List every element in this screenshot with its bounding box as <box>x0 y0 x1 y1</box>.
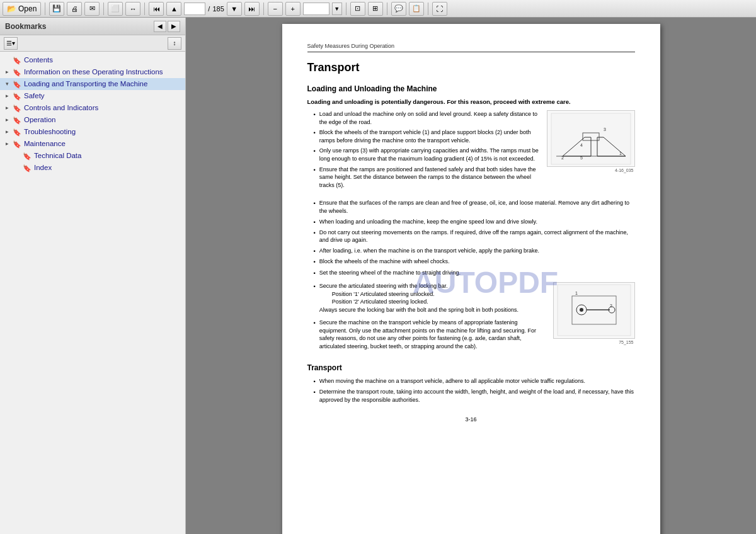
steering-image-section: 1 2 75_155 <box>553 282 635 356</box>
separator-2 <box>103 3 104 15</box>
bullet-item-secure: Secure the machine on the transport vehi… <box>314 319 547 350</box>
svg-text:3: 3 <box>604 127 606 132</box>
page-number-input[interactable]: 42 <box>184 3 205 15</box>
bookmark-technical-data[interactable]: 🔖 Technical Data <box>10 150 185 162</box>
bookmark-operation-label: Operation <box>24 115 183 125</box>
comment-button[interactable]: 💬 <box>391 2 406 16</box>
bookmark-icon-troubleshooting: 🔖 <box>13 128 21 137</box>
bookmark-icon-controls: 🔖 <box>13 104 21 113</box>
fit-width-button[interactable]: ⊞ <box>368 2 383 16</box>
content-block-1: Load and unload the machine only on soli… <box>307 110 635 194</box>
folder-icon: 📂 <box>7 4 16 13</box>
next-page-button[interactable]: ▼ <box>227 2 242 16</box>
bullet-list-transport: When moving the machine on a transport v… <box>307 377 635 404</box>
svg-text:4: 4 <box>580 143 583 147</box>
bookmark-loading[interactable]: ▾ 🔖 Loading and Transporting the Machine <box>0 78 185 90</box>
main-area: Bookmarks ◀ ▶ ☰▾ ↕ 🔖 Contents ▸ 🔖 Inform… <box>0 18 756 534</box>
expand-icon-operation: ▸ <box>3 116 11 125</box>
email-button[interactable]: ✉ <box>84 2 100 16</box>
panel-fwd-button[interactable]: ▶ <box>168 21 180 32</box>
expand-icon-index <box>13 164 21 173</box>
bullet-list-3: Secure the articulated steering with the… <box>307 282 547 314</box>
bookmark-info-operating[interactable]: ▸ 🔖 Information on these Operating Instr… <box>0 66 185 78</box>
last-page-button[interactable]: ⏭ <box>244 2 260 16</box>
bullet-list-1: Load and unload the machine only on soli… <box>307 110 541 189</box>
bookmark-contents-label: Contents <box>24 55 183 65</box>
separator-7 <box>428 3 428 15</box>
toolbar: 📂 Open 💾 🖨 ✉ ⬜ ↔ ⏮ ▲ 42 / 185 ▼ ⏭ − + 73… <box>0 0 756 18</box>
svg-text:5: 5 <box>580 156 583 160</box>
zoom-out-button[interactable]: − <box>268 2 283 16</box>
bookmark-troubleshooting-label: Troubleshooting <box>24 127 183 137</box>
zoom-dropdown-button[interactable]: ▼ <box>332 3 342 15</box>
save-button[interactable]: 💾 <box>49 2 64 16</box>
stamp-button[interactable]: 📋 <box>409 2 424 16</box>
expand-icon-loading: ▾ <box>3 80 11 89</box>
prev-page-button[interactable]: ▲ <box>166 2 181 16</box>
bookmark-icon-maintenance: 🔖 <box>13 140 21 149</box>
expand-icon-contents <box>3 56 11 65</box>
bullet-list-4: Secure the machine on the transport vehi… <box>307 319 547 350</box>
panel-header: Bookmarks ◀ ▶ <box>0 18 185 35</box>
ramp-svg: 3 1 5 2 4 <box>550 112 632 166</box>
open-button[interactable]: 📂 Open <box>3 2 41 16</box>
bullet-item-3: Only use ramps (3) with appropriate carr… <box>314 147 541 162</box>
ramp-diagram-caption: 4-16_035 <box>547 167 635 173</box>
expand-icon-controls: ▸ <box>3 104 11 113</box>
steering-note: Always secure the locking bar with the b… <box>319 306 547 314</box>
page-separator: / <box>208 5 210 13</box>
ramp-diagram-image: 3 1 5 2 4 <box>547 110 635 167</box>
panel-back-button[interactable]: ◀ <box>154 21 166 32</box>
print-button[interactable]: 🖨 <box>67 2 82 16</box>
bookmark-icon-safety: 🔖 <box>13 92 21 101</box>
bookmark-safety[interactable]: ▸ 🔖 Safety <box>0 90 185 102</box>
open-label: Open <box>18 4 37 13</box>
section2-title: Transport <box>307 363 635 372</box>
main-title: Transport <box>307 61 635 74</box>
svg-text:2: 2 <box>610 304 612 308</box>
bookmark-safety-label: Safety <box>24 91 183 101</box>
bookmark-index[interactable]: 🔖 Index <box>10 162 185 174</box>
svg-text:1: 1 <box>619 151 622 156</box>
bookmark-maintenance[interactable]: ▸ 🔖 Maintenance <box>0 138 185 150</box>
expand-icon-technical <box>13 152 21 161</box>
panel-view-options-button[interactable]: ☰▾ <box>4 37 18 50</box>
bookmark-loading-label: Loading and Transporting the Machine <box>24 79 183 89</box>
fit-page-button[interactable]: ⊡ <box>350 2 365 16</box>
bookmark-info-label: Information on these Operating Instructi… <box>24 67 183 77</box>
zoom-in-button[interactable]: + <box>285 2 301 16</box>
bullet-item-2: Block the wheels of the transport vehicl… <box>314 128 541 144</box>
bookmark-troubleshooting[interactable]: ▸ 🔖 Troubleshooting <box>0 126 185 138</box>
steering-diagram-image: 1 2 <box>553 282 635 339</box>
bullet-list-2: Ensure that the surfaces of the ramps ar… <box>307 199 635 277</box>
fullscreen-button[interactable]: ⛶ <box>432 2 447 16</box>
zoom-fit-page-button[interactable]: ⬜ <box>108 2 123 16</box>
expand-icon-safety: ▸ <box>3 92 11 101</box>
steering-text-section: Secure the articulated steering with the… <box>307 282 547 356</box>
bookmark-icon-contents: 🔖 <box>13 56 21 65</box>
steering-pos2: Position '2' Articulated steering locked… <box>319 298 547 306</box>
bullets-col-1: Load and unload the machine only on soli… <box>307 110 541 194</box>
left-panel: Bookmarks ◀ ▶ ☰▾ ↕ 🔖 Contents ▸ 🔖 Inform… <box>0 18 186 534</box>
content-area[interactable]: Safety Measures During Operation Transpo… <box>186 18 756 534</box>
bookmark-controls-label: Controls and Indicators <box>24 103 183 113</box>
zoom-input[interactable]: 73,3% <box>303 3 329 15</box>
expand-icon-troubleshooting: ▸ <box>3 128 11 137</box>
section1-bold: Loading and unloading is potentially dan… <box>307 98 635 105</box>
bookmark-icon-technical: 🔖 <box>23 152 32 161</box>
steering-label: Secure the articulated steering with the… <box>319 283 448 289</box>
bookmark-controls[interactable]: ▸ 🔖 Controls and Indicators <box>0 102 185 114</box>
bookmark-technical-label: Technical Data <box>34 151 183 161</box>
steering-pos1: Position '1' Articulated steering unlock… <box>319 290 547 298</box>
page-number: 3-16 <box>307 416 635 423</box>
expand-icon-info: ▸ <box>3 68 11 77</box>
first-page-button[interactable]: ⏮ <box>149 2 164 16</box>
bookmark-operation[interactable]: ▸ 🔖 Operation <box>0 114 185 126</box>
bullet-item-steering: Secure the articulated steering with the… <box>314 282 547 314</box>
header-text: Safety Measures During Operation <box>307 43 395 49</box>
panel-collapse-button[interactable]: ↕ <box>168 37 181 50</box>
bullet-item-5: Ensure that the surfaces of the ramps ar… <box>314 199 635 215</box>
zoom-fit-width-button[interactable]: ↔ <box>125 2 140 16</box>
section1-title: Loading and Unloading the Machine <box>307 84 635 93</box>
bookmark-contents[interactable]: 🔖 Contents <box>0 54 185 66</box>
